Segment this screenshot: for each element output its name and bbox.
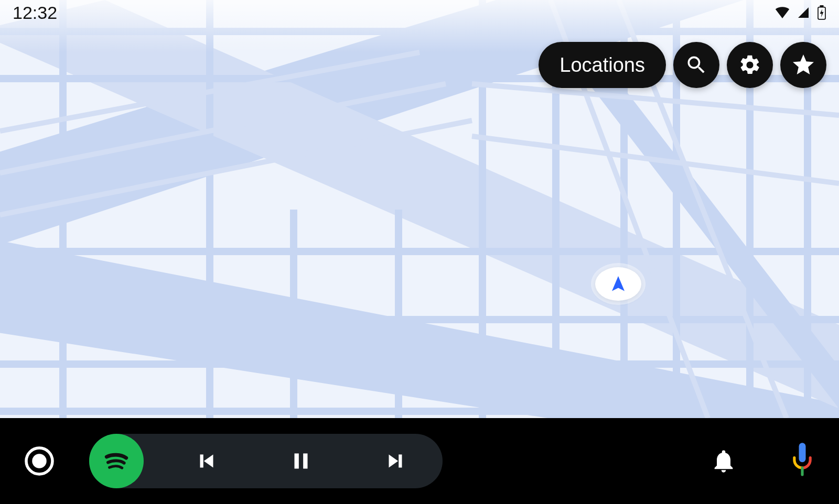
- status-bar: 12:32: [0, 0, 839, 25]
- skip-next-icon: [382, 448, 408, 474]
- bottom-nav-bar: [0, 418, 839, 504]
- home-button[interactable]: [21, 443, 58, 479]
- search-button[interactable]: [673, 42, 719, 88]
- settings-button[interactable]: [727, 42, 773, 88]
- bell-icon: [710, 447, 737, 475]
- navigation-arrow-icon: [609, 275, 628, 293]
- notifications-button[interactable]: [708, 445, 739, 477]
- media-app-button[interactable]: [89, 434, 144, 488]
- status-icons: [775, 5, 826, 20]
- status-time: 12:32: [13, 3, 57, 23]
- media-control-pill: [89, 434, 443, 488]
- play-pause-button[interactable]: [285, 445, 317, 477]
- map-action-buttons: Locations: [539, 42, 826, 88]
- locations-label: Locations: [560, 54, 645, 76]
- current-location-marker[interactable]: [595, 267, 641, 301]
- gear-icon: [738, 53, 761, 76]
- skip-next-button[interactable]: [380, 445, 411, 477]
- voice-assistant-button[interactable]: [787, 445, 818, 477]
- spotify-icon: [100, 444, 133, 478]
- skip-previous-icon: [193, 448, 220, 474]
- skip-previous-button[interactable]: [191, 445, 222, 477]
- media-controls: [191, 445, 411, 477]
- star-icon: [791, 52, 816, 78]
- battery-charging-icon: [817, 5, 826, 20]
- google-mic-icon: [789, 443, 816, 479]
- locations-button[interactable]: Locations: [539, 42, 666, 88]
- bottom-right-actions: [708, 445, 818, 477]
- pause-icon: [288, 448, 314, 474]
- search-icon: [685, 53, 708, 76]
- favorites-button[interactable]: [780, 42, 826, 88]
- home-circle-icon: [24, 445, 55, 477]
- svg-rect-32: [799, 443, 806, 462]
- cell-signal-icon: [796, 6, 811, 19]
- svg-point-31: [32, 454, 47, 468]
- wifi-icon: [775, 7, 790, 18]
- svg-rect-29: [820, 5, 824, 7]
